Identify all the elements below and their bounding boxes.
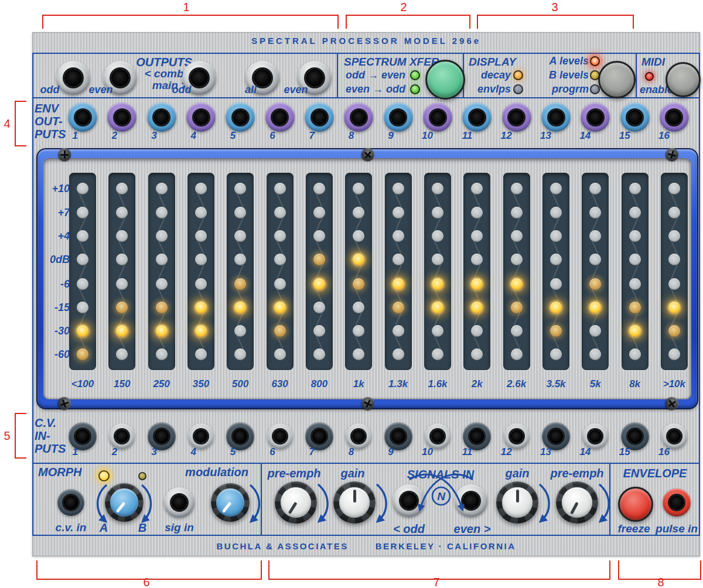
meter-led-1-+4 bbox=[77, 230, 88, 242]
cv-input-jack-6[interactable] bbox=[267, 423, 293, 449]
morph-sig-in-jack[interactable] bbox=[164, 487, 194, 518]
meter-led-6--30 bbox=[274, 325, 286, 337]
env-output-jack-11[interactable] bbox=[462, 102, 492, 132]
cv-input-jack-2[interactable] bbox=[109, 423, 135, 449]
env-output-number-11: 11 bbox=[451, 130, 472, 142]
env-output-jack-3[interactable] bbox=[147, 102, 176, 132]
meter-led-4--60 bbox=[195, 348, 207, 360]
meter-led-3-+7 bbox=[156, 207, 168, 218]
env-output-number-2: 2 bbox=[96, 130, 117, 142]
cv-input-number-12: 12 bbox=[491, 446, 512, 458]
meter-freq-label-13: 3.5k bbox=[535, 378, 576, 390]
env-output-jack-16[interactable] bbox=[660, 102, 689, 132]
env-output-jack-15[interactable] bbox=[620, 102, 650, 132]
morph-cv-in-jack[interactable] bbox=[57, 489, 84, 516]
display-button[interactable] bbox=[598, 61, 636, 98]
display-title: DISPLAY bbox=[469, 56, 516, 69]
cv-input-number-15: 15 bbox=[609, 446, 630, 458]
env-output-jack-9[interactable] bbox=[384, 102, 413, 132]
cv-input-number-4: 4 bbox=[175, 446, 196, 458]
cv-input-jack-12[interactable] bbox=[504, 423, 530, 449]
normal-swap-arrows-icon: N bbox=[401, 473, 481, 519]
meter-led-1-+10 bbox=[77, 183, 88, 194]
meter-led-9-0dB bbox=[393, 254, 404, 265]
meter-db-label--30: -30 bbox=[44, 324, 70, 337]
meter-led-13-+10 bbox=[550, 183, 562, 194]
annotation-label-6: 6 bbox=[142, 576, 151, 588]
env-output-jack-4[interactable] bbox=[186, 102, 216, 132]
meter-led-15--15 bbox=[629, 302, 641, 313]
meter-db-label--60: -60 bbox=[44, 348, 70, 361]
cv-input-jack-10[interactable] bbox=[425, 423, 451, 449]
meter-led-12-+4 bbox=[511, 230, 523, 242]
env-output-jack-6[interactable] bbox=[265, 102, 295, 132]
display-decay-label: decay bbox=[458, 69, 511, 81]
envelope-title: ENVELOPE bbox=[617, 467, 693, 480]
annotation-label-2: 2 bbox=[400, 1, 408, 13]
cv-input-number-16: 16 bbox=[649, 446, 670, 458]
env-output-jack-8[interactable] bbox=[344, 102, 373, 132]
meter-db-label--6: -6 bbox=[44, 278, 70, 290]
cv-input-jack-4[interactable] bbox=[188, 423, 214, 449]
display-progrm-label: progrm bbox=[536, 83, 589, 95]
pre-emph-right-knob[interactable] bbox=[556, 481, 598, 524]
meter-db-label--15: -15 bbox=[44, 301, 70, 314]
meter-db-label-0dB: 0dB bbox=[44, 253, 70, 266]
cv-input-number-8: 8 bbox=[333, 446, 354, 458]
pre-emph-left-knob[interactable] bbox=[275, 481, 317, 524]
meter-led-1--60 bbox=[77, 348, 88, 360]
midi-title: MIDI bbox=[641, 56, 665, 69]
env-output-jack-10[interactable] bbox=[423, 102, 452, 132]
screenshot-root: SPECTRAL PROCESSOR MODEL 296e OUTPUTS < … bbox=[0, 0, 703, 588]
env-output-number-14: 14 bbox=[569, 130, 591, 142]
cv-input-jack-16[interactable] bbox=[661, 423, 687, 449]
env-output-number-8: 8 bbox=[333, 130, 354, 142]
meter-column-8 bbox=[345, 173, 372, 370]
env-output-jack-12[interactable] bbox=[502, 102, 531, 132]
pre-emph-right-arrow-icon bbox=[597, 481, 613, 527]
meter-led-7--6 bbox=[313, 278, 325, 290]
env-output-jack-1[interactable] bbox=[68, 102, 97, 132]
midi-button[interactable] bbox=[666, 62, 701, 97]
pulse-in-jack[interactable] bbox=[663, 488, 691, 517]
env-output-jack-14[interactable] bbox=[581, 102, 610, 132]
meter-freq-label-14: 5k bbox=[575, 378, 616, 390]
meter-led-1-+7 bbox=[77, 207, 88, 218]
env-output-jack-2[interactable] bbox=[107, 102, 136, 132]
meter-freq-label-7: 800 bbox=[299, 378, 340, 390]
meter-led-6-+7 bbox=[274, 207, 286, 218]
meter-led-3--15 bbox=[156, 302, 168, 313]
env-output-jack-13[interactable] bbox=[541, 102, 571, 132]
meter-led-3-+4 bbox=[156, 230, 168, 242]
meter-column-4 bbox=[187, 173, 214, 370]
meter-led-7-0dB bbox=[313, 254, 325, 265]
cv-input-number-10: 10 bbox=[412, 446, 433, 458]
meter-led-16--30 bbox=[668, 325, 680, 337]
morph-ab-knob[interactable] bbox=[105, 483, 144, 522]
env-output-number-12: 12 bbox=[491, 130, 512, 142]
cv-input-number-14: 14 bbox=[569, 446, 591, 458]
meter-led-12--30 bbox=[511, 325, 523, 337]
cv-input-number-7: 7 bbox=[294, 446, 315, 458]
gain-right-knob[interactable] bbox=[496, 481, 538, 524]
annotation-label-7: 7 bbox=[432, 576, 441, 588]
meter-column-6 bbox=[267, 173, 294, 370]
meter-led-10-+10 bbox=[432, 183, 443, 194]
freeze-button[interactable] bbox=[618, 487, 653, 522]
meter-led-10--6 bbox=[432, 278, 443, 290]
env-output-number-6: 6 bbox=[254, 130, 275, 142]
meter-freq-label-12: 2.6k bbox=[496, 378, 537, 390]
modulation-knob[interactable] bbox=[211, 483, 250, 522]
display-a-levels-label: A levels bbox=[536, 55, 589, 67]
env-output-jack-5[interactable] bbox=[226, 102, 255, 132]
gain-left-knob[interactable] bbox=[333, 481, 376, 524]
meter-led-4--6 bbox=[195, 278, 207, 290]
display-progrm-led bbox=[590, 84, 600, 94]
meter-led-16-+10 bbox=[668, 183, 680, 194]
cv-input-jack-8[interactable] bbox=[346, 423, 371, 449]
cv-input-jack-14[interactable] bbox=[582, 423, 608, 449]
env-output-jack-7[interactable] bbox=[305, 102, 334, 132]
meter-led-3-+10 bbox=[156, 183, 168, 194]
morph-sig-in-label: sig in bbox=[156, 521, 203, 534]
meter-freq-label-11: 2k bbox=[456, 378, 497, 390]
